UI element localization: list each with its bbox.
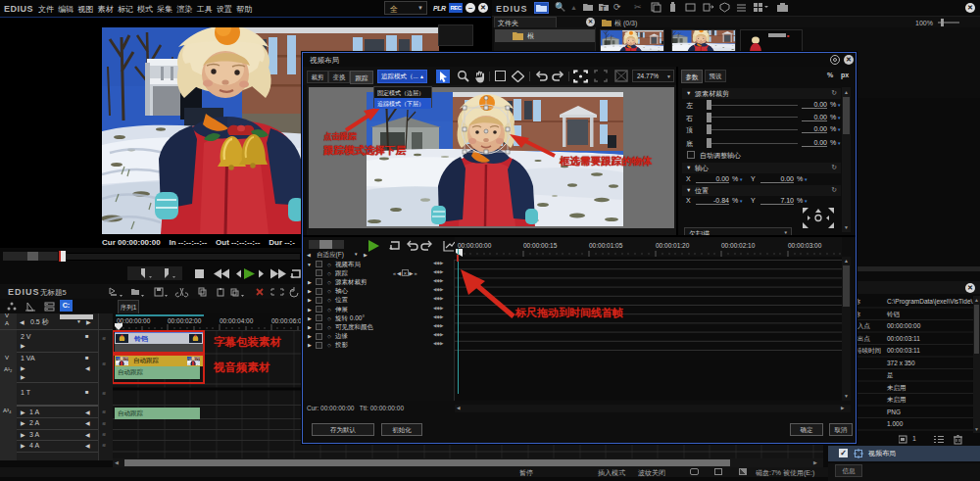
svg-text:T: T [601, 4, 606, 12]
